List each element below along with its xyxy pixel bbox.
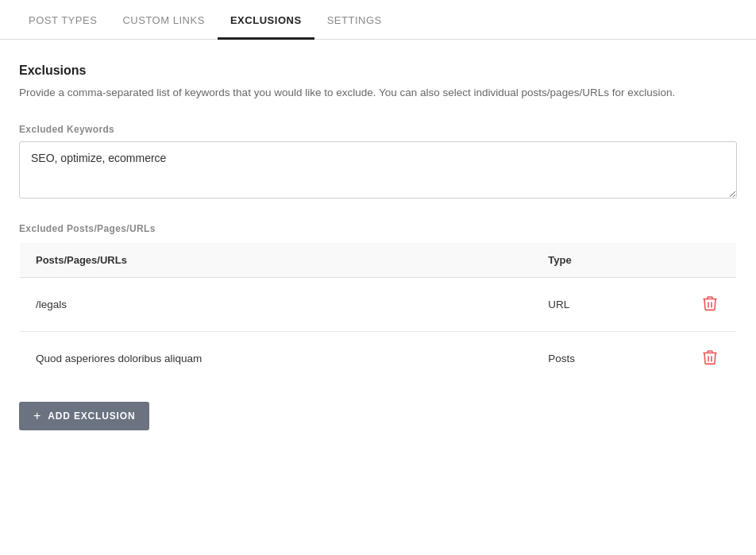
page-container: POST TYPES CUSTOM LINKS EXCLUSIONS SETTI… — [0, 0, 756, 555]
row-delete-col-1 — [684, 331, 737, 385]
tab-custom-links[interactable]: CUSTOM LINKS — [110, 0, 218, 40]
section-title: Exclusions — [19, 64, 737, 78]
trash-icon — [703, 295, 717, 311]
content-area: Exclusions Provide a comma-separated lis… — [0, 40, 756, 454]
col-header-path: Posts/Pages/URLs — [20, 242, 533, 277]
table-row: Quod asperiores doloribus aliquam Posts — [20, 331, 737, 385]
row-delete-col-0 — [684, 277, 737, 331]
excluded-keywords-group: Excluded Keywords SEO, optimize, ecommer… — [19, 124, 737, 201]
delete-row-1-button[interactable] — [700, 346, 720, 371]
col-header-type: Type — [532, 242, 684, 277]
exclusions-table: Posts/Pages/URLs Type /legals URL — [19, 242, 737, 386]
excluded-posts-label: Excluded Posts/Pages/URLs — [19, 223, 737, 234]
excluded-keywords-textarea[interactable]: SEO, optimize, ecommerce — [19, 141, 737, 198]
delete-row-0-button[interactable] — [700, 292, 720, 317]
table-row: /legals URL — [20, 277, 737, 331]
table-header-row: Posts/Pages/URLs Type — [20, 242, 737, 277]
add-exclusion-label: ADD EXCLUSION — [48, 410, 135, 422]
section-description: Provide a comma-separated list of keywor… — [19, 84, 737, 102]
row-type-0: URL — [532, 277, 684, 331]
col-header-actions — [684, 242, 737, 277]
row-path-1: Quod asperiores doloribus aliquam — [20, 331, 533, 385]
row-type-1: Posts — [532, 331, 684, 385]
plus-icon: + — [33, 410, 41, 422]
tab-post-types[interactable]: POST TYPES — [16, 0, 110, 40]
excluded-keywords-label: Excluded Keywords — [19, 124, 737, 135]
tabs-bar: POST TYPES CUSTOM LINKS EXCLUSIONS SETTI… — [0, 0, 756, 40]
tab-exclusions[interactable]: EXCLUSIONS — [218, 0, 314, 40]
tab-settings[interactable]: SETTINGS — [314, 0, 395, 40]
add-exclusion-button[interactable]: + ADD EXCLUSION — [19, 402, 149, 430]
excluded-posts-group: Excluded Posts/Pages/URLs Posts/Pages/UR… — [19, 223, 737, 386]
row-path-0: /legals — [20, 277, 533, 331]
trash-icon — [703, 349, 717, 365]
